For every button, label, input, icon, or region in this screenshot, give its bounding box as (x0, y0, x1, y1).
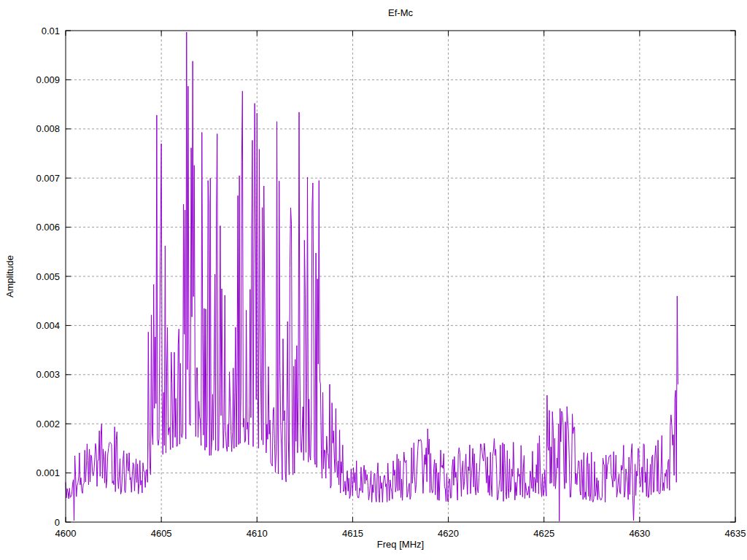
x-tick-label: 4610 (247, 528, 268, 539)
y-tick-label: 0.01 (42, 26, 60, 36)
x-tick-label: 4630 (629, 528, 650, 539)
y-tick-label: 0.001 (36, 467, 60, 478)
x-tick-label: 4625 (533, 528, 554, 539)
spectrum-trace (66, 32, 678, 521)
y-tick-label: 0.008 (36, 123, 60, 134)
x-tick-label: 4605 (151, 528, 172, 539)
y-tick-label: 0.007 (36, 173, 60, 184)
chart-page: Ef-Mc Amplitude Freq [MHz] 4600460546104… (0, 0, 747, 560)
y-tick-label: 0.006 (36, 222, 60, 233)
y-tick-label: 0.002 (36, 419, 60, 429)
y-tick-label: 0.009 (36, 74, 60, 85)
plot-canvas: 4600460546104615462046254630463500.0010.… (0, 0, 747, 560)
x-tick-label: 4615 (342, 528, 363, 539)
x-tick-label: 4620 (438, 528, 459, 539)
x-tick-label: 4635 (725, 528, 746, 539)
y-tick-label: 0 (55, 517, 60, 528)
x-tick-label: 4600 (55, 528, 77, 539)
y-tick-label: 0.005 (36, 271, 60, 282)
y-tick-label: 0.004 (36, 320, 60, 331)
y-tick-label: 0.003 (36, 369, 60, 380)
